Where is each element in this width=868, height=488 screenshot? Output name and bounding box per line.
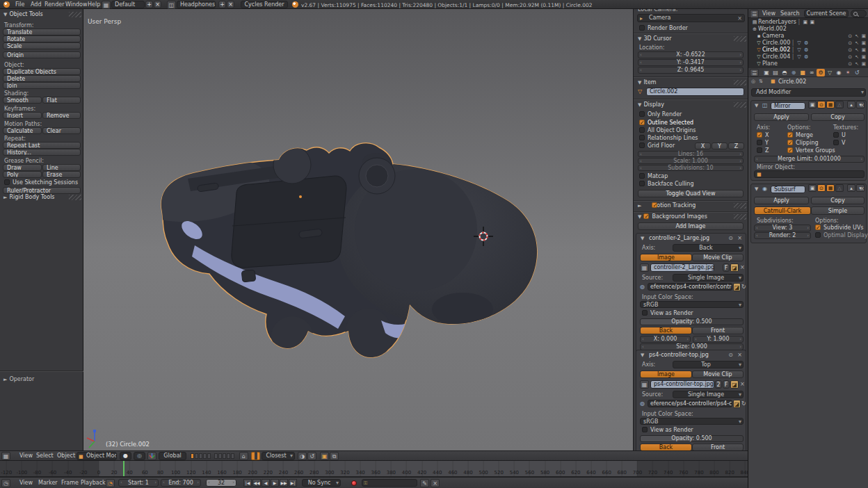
viewport-visibility-toggle[interactable]: ⊙ — [817, 101, 826, 108]
transform-orientation-dropdown[interactable]: Global — [159, 452, 186, 460]
cage-toggle[interactable]: △ — [835, 101, 844, 108]
object-menu[interactable]: Object — [57, 451, 75, 461]
origin-button[interactable]: Origin — [3, 51, 81, 58]
selectable-toggle-icon[interactable]: ↖ — [855, 40, 859, 47]
render-toggle-icon[interactable]: ▣ — [861, 60, 866, 67]
menu-file[interactable]: File — [15, 0, 24, 9]
image-datablock-field[interactable]: controller-2_Large.jpg — [650, 263, 714, 272]
cursor-panel-header[interactable]: ▼3D Cursor — [638, 35, 671, 42]
repeat-last-button[interactable]: Repeat Last — [3, 142, 81, 149]
eye-icon[interactable]: ⊙ — [728, 235, 733, 241]
view-menu[interactable]: View — [19, 451, 33, 461]
clear-icon[interactable]: × — [737, 15, 742, 22]
hide-toggle-eye-icon[interactable]: ⊙ — [848, 47, 852, 54]
gp-draw-button[interactable]: Draw — [3, 164, 42, 171]
menu-add[interactable]: Add — [31, 0, 42, 9]
timeline-menu-frame[interactable]: Frame — [61, 478, 79, 488]
texture-u-checkbox[interactable]: U — [833, 132, 846, 139]
opengl-render-icon[interactable]: ▣ — [320, 452, 329, 460]
hide-toggle-eye-icon[interactable]: ⊙ — [848, 60, 852, 67]
snap-magnet-icon[interactable] — [251, 452, 260, 460]
clipping-checkbox[interactable]: Clipping — [787, 140, 819, 147]
outliner-item-circle.004[interactable]: ▽Circle.004 | ▽⚙⊙↖▣ — [748, 54, 868, 60]
delete-modifier-icon[interactable]: × — [860, 102, 865, 108]
item-name-field[interactable]: Circle.002 — [646, 88, 744, 96]
preview-range-icon[interactable]: ◔ — [106, 479, 115, 487]
layer-cell[interactable] — [195, 453, 198, 459]
playhead[interactable] — [123, 461, 124, 477]
timeline-menu-playback[interactable]: Playback — [81, 478, 106, 488]
merge-checkbox[interactable]: Merge — [787, 132, 813, 139]
panel-open-icon[interactable]: ▼ — [641, 236, 644, 241]
manipulator-icon[interactable] — [147, 452, 156, 460]
selectable-toggle-icon[interactable]: ↖ — [855, 33, 859, 40]
offset-y-field[interactable]: ‹Y: 1.900› — [693, 336, 744, 343]
layer-cell[interactable] — [199, 453, 202, 459]
gp-line-button[interactable]: Line — [42, 164, 81, 171]
scene-add-button[interactable]: + — [218, 1, 226, 8]
display-panel-header[interactable]: ▼Display — [638, 101, 664, 108]
snap-peel-icon[interactable]: ↺ — [307, 452, 316, 460]
image-browse-icon[interactable]: ▦ — [640, 263, 649, 272]
menu-window[interactable]: Window — [65, 0, 88, 9]
fake-user-button[interactable]: F — [723, 380, 730, 389]
render-layers-tab[interactable]: ▤ — [771, 69, 780, 76]
layer-cell[interactable] — [191, 453, 194, 459]
only-render-checkbox[interactable]: Only Render — [639, 111, 682, 118]
object-data-tab[interactable]: ▽ — [826, 69, 834, 76]
panel-drag-stripes[interactable] — [734, 102, 746, 108]
source-dropdown[interactable]: Single Image▾ — [673, 274, 744, 282]
cursor-x-field[interactable]: ‹X: -0.6522› — [638, 51, 744, 58]
history-button[interactable]: History... — [3, 149, 81, 156]
delete-keyframe-icon[interactable]: × — [431, 479, 440, 487]
layout-browse-icon[interactable]: ▦ — [102, 1, 111, 9]
breadcrumb-object-name[interactable]: Circle.002 — [778, 79, 806, 85]
delete-button[interactable]: Delete — [3, 75, 81, 82]
fake-user-button[interactable]: F — [723, 263, 730, 272]
snap-element-dropdown[interactable]: Closest▾ — [262, 452, 295, 460]
layer-cell[interactable] — [207, 453, 211, 459]
grid-axis-y-button[interactable]: Y — [712, 143, 728, 149]
layer-cell[interactable] — [218, 453, 222, 459]
panel-drag-stripes[interactable] — [734, 80, 746, 86]
physics-tab[interactable]: ↺ — [853, 69, 861, 76]
render-border-checkbox[interactable]: Render Border — [639, 25, 688, 32]
outline-selected-checkbox[interactable]: Outline Selected — [639, 120, 693, 127]
mode-dropdown[interactable]: ■Object Mode — [77, 452, 117, 460]
open-file-icon[interactable]: ◪ — [730, 263, 739, 272]
mirror-z-checkbox[interactable]: Z — [757, 147, 769, 154]
layer-cell[interactable] — [214, 453, 218, 459]
world-tab[interactable]: ⊕ — [789, 69, 798, 76]
vertex-groups-checkbox[interactable]: Vertex Groups — [787, 147, 835, 154]
view-as-render-checkbox[interactable]: View as Render — [642, 310, 693, 317]
outliner-item-circle.002[interactable]: ▽Circle.002 | ▽⚙⊙↖▣ — [748, 47, 868, 54]
apply-button[interactable]: Apply — [754, 197, 809, 204]
join-button[interactable]: Join — [3, 82, 81, 89]
panel-open-icon[interactable]: ▼ — [755, 103, 758, 108]
timeline-ruler[interactable]: -120-100-80-60-40-2002040608010012014016… — [0, 461, 748, 477]
menu-render[interactable]: Render — [45, 0, 64, 9]
offset-x-field[interactable]: ‹X: 0.000› — [640, 336, 691, 343]
grid-floor-checkbox[interactable]: Grid Floor — [639, 143, 675, 149]
controller-mesh[interactable] — [83, 9, 633, 450]
editor-type-icon[interactable]: ☰ — [750, 69, 759, 76]
viewport-3d[interactable]: User Persp — [83, 9, 633, 450]
region-divider[interactable] — [0, 371, 83, 372]
image-tab[interactable]: Image — [640, 371, 692, 378]
reload-icon[interactable]: ↻ — [741, 284, 746, 290]
add-image-button[interactable]: Add Image — [638, 222, 744, 230]
layout-selector[interactable]: Default — [111, 1, 145, 8]
cursor-y-field[interactable]: ‹Y: -0.3417› — [638, 59, 744, 66]
flat-button[interactable]: Flat — [42, 97, 81, 104]
clear-paths-button[interactable]: Clear — [42, 127, 81, 134]
render-toggle[interactable]: ▣ — [808, 184, 817, 192]
sketching-sessions-checkbox[interactable]: Use Sketching Sessions — [4, 179, 78, 186]
outliner-menu-search[interactable]: Search — [780, 9, 799, 18]
timeline-menu-marker[interactable]: Marker — [38, 478, 58, 488]
grid-lines-field[interactable]: ‹Lines: 16› — [638, 151, 744, 157]
apply-button[interactable]: Apply — [754, 113, 809, 121]
grid-axis-x-button[interactable]: X — [695, 143, 711, 149]
next-keyframe-button[interactable]: ▶▶ — [280, 479, 288, 487]
play-button[interactable]: ▶ — [271, 479, 279, 487]
panel-drag-stripes[interactable] — [69, 195, 81, 200]
